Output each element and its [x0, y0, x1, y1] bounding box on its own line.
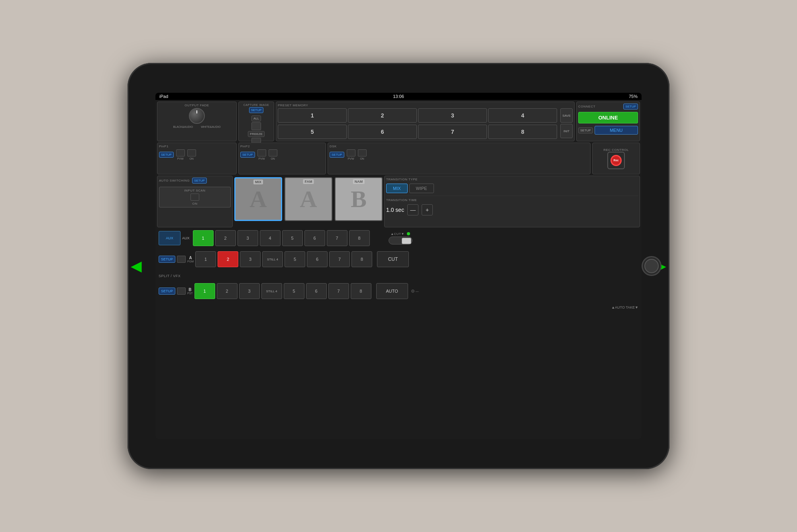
preset-btn-5[interactable]: 5: [278, 125, 347, 139]
pgm-btn-1[interactable]: 1: [195, 251, 216, 267]
pst-setup-btn[interactable]: SETUP: [159, 288, 175, 295]
all-btn[interactable]: [251, 122, 261, 130]
dsk-pvw-btn[interactable]: [347, 149, 355, 156]
pgm-btn-6[interactable]: 6: [307, 251, 328, 267]
pst-btn-3[interactable]: 3: [239, 283, 260, 299]
dsk-panel: DSK SETUP PVW ON: [328, 143, 591, 174]
preset-btn-1[interactable]: 1: [278, 108, 347, 123]
preset-btn-2[interactable]: 2: [348, 108, 417, 123]
pst-btn-8[interactable]: 8: [351, 283, 371, 299]
fade-labels: BLACK&AUDIO WHITE&AUDIO: [173, 125, 220, 128]
rec-button[interactable]: Rec: [607, 152, 625, 169]
white-audio-label: WHITE&AUDIO: [201, 125, 220, 128]
pinp1-on-btn[interactable]: [187, 149, 196, 156]
capture-label: CAPTURE IMAGE: [243, 104, 269, 106]
pst-toggle[interactable]: [177, 288, 186, 295]
aux-btn-6[interactable]: 6: [304, 230, 325, 246]
preset-btn-4[interactable]: 4: [488, 108, 557, 123]
aux-btn-5[interactable]: 5: [282, 230, 303, 246]
trans-fam-box[interactable]: FAM A: [285, 177, 332, 221]
auto-switching-setup-btn[interactable]: SETUP: [192, 178, 207, 184]
pgm-bus-label: A PGM: [187, 256, 194, 263]
preset-btn-7[interactable]: 7: [418, 125, 487, 139]
pgm-btn-5[interactable]: 5: [285, 251, 305, 267]
pgm-btn-2[interactable]: 2: [218, 251, 238, 267]
connect-panel: CONNECT SETUP ONLINE SETUP MENU: [576, 102, 640, 141]
fader-track[interactable]: [389, 237, 412, 244]
dsk-on-btn[interactable]: [358, 149, 367, 156]
pst-btn-2[interactable]: 2: [217, 283, 238, 299]
auto-switching-panel: AUTO SWITCHING SETUP INPUT SCAN ON: [157, 176, 233, 227]
trans-mix-letter: A: [249, 186, 267, 213]
trans-nam-box[interactable]: NAM B: [335, 177, 383, 221]
mix-type-btn[interactable]: MIX: [386, 184, 408, 193]
nav-arrow-left[interactable]: ◀: [131, 258, 142, 274]
aux-btn-4[interactable]: 4: [260, 230, 281, 246]
separator: [386, 196, 638, 196]
pst-bus-label: B PST: [187, 288, 193, 295]
output-fade-panel: OUTPUT FADE BLACK&AUDIO WHITE&AUDIO: [157, 102, 237, 141]
auto-take-dash: —: [416, 289, 419, 293]
preset-btn-8[interactable]: 8: [488, 125, 557, 139]
transition-type-title: TRANSITION TYPE: [386, 178, 638, 181]
pinp1-setup-btn[interactable]: SETUP: [159, 152, 174, 158]
dsk-title: DSK: [330, 145, 589, 148]
input-assign-btn[interactable]: AUX: [159, 231, 181, 245]
cut-top-label: ▲CUT▼: [391, 232, 404, 236]
input-scan-toggle[interactable]: [190, 194, 199, 201]
aux-btn-2[interactable]: 2: [215, 230, 236, 246]
pinp2-on-label: ON: [271, 157, 275, 160]
save-btn[interactable]: SAVE: [560, 108, 573, 123]
pgm-setup-btn[interactable]: SETUP: [159, 256, 175, 263]
aux-btn-1[interactable]: 1: [193, 230, 214, 246]
setup-btn-capture[interactable]: SETUP: [249, 107, 264, 113]
split-vfx-area: SPLIT / VFX: [157, 271, 640, 280]
auto-take-dot: [411, 289, 414, 293]
pinp1-pvw-btn[interactable]: [176, 149, 185, 156]
pgm-toggle[interactable]: [177, 256, 186, 263]
pst-btn-5[interactable]: 5: [284, 283, 304, 299]
menu-btn[interactable]: MENU: [595, 126, 638, 135]
preset-btn-3[interactable]: 3: [418, 108, 487, 123]
top-section: OUTPUT FADE BLACK&AUDIO WHITE&AUDIO CAPT…: [157, 102, 640, 141]
pinp1-on: ON: [187, 149, 196, 160]
trans-fam-letter: A: [300, 186, 317, 213]
rec-title: REC CONTROL: [603, 148, 629, 152]
setup-btn-connect[interactable]: SETUP: [623, 104, 638, 110]
pst-btn-7[interactable]: 7: [328, 283, 349, 299]
pinp2-on-btn[interactable]: [269, 149, 277, 156]
init-btn[interactable]: INIT: [560, 124, 573, 138]
pst-btn-6[interactable]: 6: [306, 283, 327, 299]
pst-btn-1[interactable]: 1: [194, 283, 215, 299]
status-bar: iPad 13:06 75%: [155, 93, 642, 100]
split-vfx-label: SPLIT / VFX: [159, 274, 181, 278]
dsk-setup-btn[interactable]: SETUP: [330, 152, 344, 158]
pgm-btn-7[interactable]: 7: [329, 251, 350, 267]
cut-btn[interactable]: CUT: [377, 251, 409, 267]
pgm-btn-8[interactable]: 8: [351, 251, 372, 267]
preset-grid: 1 2 3 4 5 6 7 8: [278, 108, 557, 139]
auto-btn[interactable]: AUTO: [376, 283, 408, 299]
rec-text: Rec: [614, 159, 619, 162]
pinp1-on-label: ON: [189, 157, 194, 160]
black-audio-label: BLACK&AUDIO: [173, 125, 193, 128]
time-minus-btn[interactable]: —: [407, 204, 418, 215]
aux-btn-3[interactable]: 3: [238, 230, 258, 246]
pinp2-setup-btn[interactable]: SETUP: [240, 152, 255, 158]
time-plus-btn[interactable]: +: [422, 204, 433, 215]
online-btn[interactable]: ONLINE: [578, 112, 638, 123]
output-fade-knob[interactable]: [189, 108, 205, 124]
pst-btn-still4[interactable]: STILL 4: [261, 283, 282, 299]
pgm-btn-3[interactable]: 3: [240, 251, 261, 267]
trans-mix-box[interactable]: MIX A: [234, 177, 282, 221]
wipe-type-btn[interactable]: WIPE: [409, 184, 434, 193]
preset-btn-6[interactable]: 6: [348, 125, 417, 139]
aux-btn-7[interactable]: 7: [327, 230, 347, 246]
aux-btn-8[interactable]: 8: [349, 230, 370, 246]
pgm-btn-still4[interactable]: STILL 4: [262, 251, 283, 267]
pinp2-pvw: PVW: [257, 149, 266, 160]
aux-row: AUX AUX 1 2 3 4 5 6 7 8 ▲CUT▼: [157, 229, 640, 248]
trans-nam-label: NAM: [353, 179, 365, 184]
home-button[interactable]: [642, 256, 662, 276]
pinp2-pvw-btn[interactable]: [257, 149, 266, 156]
